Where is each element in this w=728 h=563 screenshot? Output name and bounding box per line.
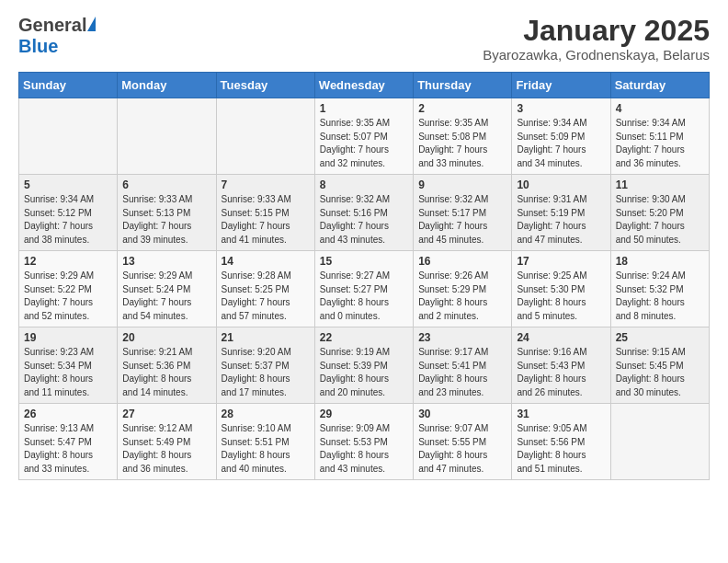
table-row: 31Sunrise: 9:05 AMSunset: 5:56 PMDayligh… [512,404,610,480]
day-content: Sunrise: 9:26 AMSunset: 5:29 PMDaylight:… [418,270,506,323]
col-saturday: Saturday [610,73,709,98]
logo-general: General [18,15,86,36]
table-row: 19Sunrise: 9:23 AMSunset: 5:34 PMDayligh… [19,327,118,404]
day-content: Sunrise: 9:34 AMSunset: 5:12 PMDaylight:… [24,193,112,247]
calendar-table: Sunday Monday Tuesday Wednesday Thursday… [18,72,710,480]
calendar-week-2: 5Sunrise: 9:34 AMSunset: 5:12 PMDaylight… [19,175,710,251]
day-content: Sunrise: 9:32 AMSunset: 5:17 PMDaylight:… [418,193,506,247]
day-number: 31 [517,408,605,420]
table-row: 15Sunrise: 9:27 AMSunset: 5:27 PMDayligh… [314,251,413,327]
header: General Blue January 2025 Byarozawka, Gr… [18,15,710,63]
calendar-title: January 2025 [483,15,710,47]
table-row: 20Sunrise: 9:21 AMSunset: 5:36 PMDayligh… [118,327,216,404]
logo: General Blue [18,15,96,57]
day-content: Sunrise: 9:20 AMSunset: 5:37 PMDaylight:… [222,346,310,399]
col-sunday: Sunday [19,73,118,98]
table-row: 30Sunrise: 9:07 AMSunset: 5:55 PMDayligh… [414,404,512,480]
table-row: 1Sunrise: 9:35 AMSunset: 5:07 PMDaylight… [314,98,413,175]
day-number: 5 [24,178,112,191]
table-row: 12Sunrise: 9:29 AMSunset: 5:22 PMDayligh… [19,251,118,327]
table-row: 2Sunrise: 9:35 AMSunset: 5:08 PMDaylight… [414,98,512,175]
day-number: 17 [517,255,605,268]
day-content: Sunrise: 9:23 AMSunset: 5:34 PMDaylight:… [24,346,112,399]
calendar-week-4: 19Sunrise: 9:23 AMSunset: 5:34 PMDayligh… [19,327,710,404]
calendar-week-3: 12Sunrise: 9:29 AMSunset: 5:22 PMDayligh… [19,251,710,327]
table-row: 27Sunrise: 9:12 AMSunset: 5:49 PMDayligh… [118,404,216,480]
table-row: 25Sunrise: 9:15 AMSunset: 5:45 PMDayligh… [610,327,709,404]
col-thursday: Thursday [414,73,512,98]
day-number: 25 [616,331,704,344]
day-content: Sunrise: 9:05 AMSunset: 5:56 PMDaylight:… [517,422,605,476]
table-row: 7Sunrise: 9:33 AMSunset: 5:15 PMDaylight… [216,175,314,251]
day-number: 29 [320,408,408,420]
day-content: Sunrise: 9:35 AMSunset: 5:07 PMDaylight:… [320,117,408,170]
table-row: 23Sunrise: 9:17 AMSunset: 5:41 PMDayligh… [414,327,512,404]
day-content: Sunrise: 9:34 AMSunset: 5:09 PMDaylight:… [517,117,605,170]
day-number: 6 [122,178,210,191]
table-row: 17Sunrise: 9:25 AMSunset: 5:30 PMDayligh… [512,251,610,327]
day-content: Sunrise: 9:35 AMSunset: 5:08 PMDaylight:… [418,117,506,170]
page: General Blue January 2025 Byarozawka, Gr… [0,0,728,563]
day-content: Sunrise: 9:31 AMSunset: 5:19 PMDaylight:… [517,193,605,247]
table-row: 11Sunrise: 9:30 AMSunset: 5:20 PMDayligh… [610,175,709,251]
table-row: 9Sunrise: 9:32 AMSunset: 5:17 PMDaylight… [414,175,512,251]
col-wednesday: Wednesday [314,73,413,98]
day-number: 4 [616,102,704,115]
day-number: 22 [320,331,408,344]
day-number: 15 [320,255,408,268]
day-number: 28 [222,408,310,420]
day-number: 23 [418,331,506,344]
col-friday: Friday [512,73,610,98]
day-content: Sunrise: 9:33 AMSunset: 5:15 PMDaylight:… [222,193,310,247]
day-content: Sunrise: 9:13 AMSunset: 5:47 PMDaylight:… [24,422,112,476]
day-number: 13 [122,255,210,268]
table-row [19,98,118,175]
day-number: 30 [418,408,506,420]
day-content: Sunrise: 9:34 AMSunset: 5:11 PMDaylight:… [616,117,704,170]
table-row [118,98,216,175]
day-content: Sunrise: 9:17 AMSunset: 5:41 PMDaylight:… [418,346,506,399]
day-number: 21 [222,331,310,344]
day-number: 24 [517,331,605,344]
day-number: 19 [24,331,112,344]
day-content: Sunrise: 9:28 AMSunset: 5:25 PMDaylight:… [222,270,310,323]
table-row: 5Sunrise: 9:34 AMSunset: 5:12 PMDaylight… [19,175,118,251]
table-row: 10Sunrise: 9:31 AMSunset: 5:19 PMDayligh… [512,175,610,251]
table-row: 4Sunrise: 9:34 AMSunset: 5:11 PMDaylight… [610,98,709,175]
day-number: 9 [418,178,506,191]
day-number: 14 [222,255,310,268]
day-content: Sunrise: 9:29 AMSunset: 5:24 PMDaylight:… [122,270,210,323]
table-row: 6Sunrise: 9:33 AMSunset: 5:13 PMDaylight… [118,175,216,251]
day-content: Sunrise: 9:10 AMSunset: 5:51 PMDaylight:… [222,422,310,476]
day-number: 26 [24,408,112,420]
day-number: 20 [122,331,210,344]
day-number: 16 [418,255,506,268]
table-row [216,98,314,175]
logo-triangle-icon [87,17,96,31]
day-content: Sunrise: 9:27 AMSunset: 5:27 PMDaylight:… [320,270,408,323]
calendar-header-row: Sunday Monday Tuesday Wednesday Thursday… [19,73,710,98]
table-row: 16Sunrise: 9:26 AMSunset: 5:29 PMDayligh… [414,251,512,327]
table-row: 8Sunrise: 9:32 AMSunset: 5:16 PMDaylight… [314,175,413,251]
day-content: Sunrise: 9:33 AMSunset: 5:13 PMDaylight:… [122,193,210,247]
day-content: Sunrise: 9:09 AMSunset: 5:53 PMDaylight:… [320,422,408,476]
day-number: 8 [320,178,408,191]
day-content: Sunrise: 9:07 AMSunset: 5:55 PMDaylight:… [418,422,506,476]
table-row: 26Sunrise: 9:13 AMSunset: 5:47 PMDayligh… [19,404,118,480]
day-number: 2 [418,102,506,115]
table-row: 13Sunrise: 9:29 AMSunset: 5:24 PMDayligh… [118,251,216,327]
day-number: 1 [320,102,408,115]
day-content: Sunrise: 9:30 AMSunset: 5:20 PMDaylight:… [616,193,704,247]
table-row: 28Sunrise: 9:10 AMSunset: 5:51 PMDayligh… [216,404,314,480]
calendar-subtitle: Byarozawka, Grodnenskaya, Belarus [483,47,710,63]
day-content: Sunrise: 9:24 AMSunset: 5:32 PMDaylight:… [616,270,704,323]
table-row: 29Sunrise: 9:09 AMSunset: 5:53 PMDayligh… [314,404,413,480]
col-tuesday: Tuesday [216,73,314,98]
table-row: 18Sunrise: 9:24 AMSunset: 5:32 PMDayligh… [610,251,709,327]
logo-blue: Blue [18,36,58,56]
calendar-week-5: 26Sunrise: 9:13 AMSunset: 5:47 PMDayligh… [19,404,710,480]
day-content: Sunrise: 9:15 AMSunset: 5:45 PMDaylight:… [616,346,704,399]
table-row: 21Sunrise: 9:20 AMSunset: 5:37 PMDayligh… [216,327,314,404]
day-number: 10 [517,178,605,191]
day-number: 27 [122,408,210,420]
